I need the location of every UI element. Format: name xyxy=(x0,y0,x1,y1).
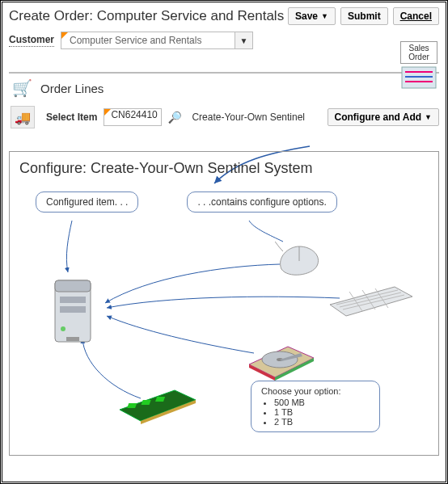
svg-point-8 xyxy=(61,326,66,331)
action-buttons: Save▼ Submit Cancel xyxy=(288,7,439,25)
item-code-input[interactable]: CN624410 xyxy=(104,108,162,126)
customer-label: Customer xyxy=(9,34,54,47)
configure-title: Configure: Create-Your-Own Sentinel Syst… xyxy=(19,160,429,177)
hard-drive-icon xyxy=(244,330,317,382)
submit-button[interactable]: Submit xyxy=(340,7,388,25)
option-item: 1 TB xyxy=(274,407,370,417)
sales-order-badge: Sales Order xyxy=(400,41,437,90)
svg-marker-10 xyxy=(330,287,412,316)
callout-configure-options: . . .contains configure options. xyxy=(187,191,336,213)
sales-order-icon xyxy=(400,65,437,90)
page-title: Create Order: Computer Service and Renta… xyxy=(9,8,284,24)
option-item: 500 MB xyxy=(274,398,370,407)
sales-badge-line1: Sales xyxy=(401,44,437,53)
item-code-value: CN624410 xyxy=(111,109,157,120)
diagram-area: Choose your option: 500 MB 1 TB 2 TB xyxy=(19,217,429,444)
save-label: Save xyxy=(295,11,318,22)
customer-value: Computer Service and Rentals xyxy=(61,35,235,46)
select-item-label: Select Item xyxy=(46,112,97,123)
chevron-down-icon: ▼ xyxy=(425,113,432,121)
svg-rect-7 xyxy=(60,306,86,313)
keyboard-icon xyxy=(327,282,414,318)
server-icon xyxy=(49,276,100,347)
cart-icon: 🛒 xyxy=(12,78,32,98)
expansion-card-icon xyxy=(116,384,197,424)
configure-and-add-button[interactable]: Configure and Add▼ xyxy=(328,108,439,126)
item-name: Create-Your-Own Sentinel xyxy=(192,112,305,123)
configure-add-label: Configure and Add xyxy=(335,112,422,123)
required-corner-icon xyxy=(104,109,111,116)
required-corner-icon xyxy=(61,32,68,39)
chevron-down-icon[interactable]: ▼ xyxy=(235,32,252,48)
options-title: Choose your option: xyxy=(261,386,370,396)
customer-select[interactable]: Computer Service and Rentals ▼ xyxy=(61,32,253,49)
sales-badge-line2: Order xyxy=(401,53,437,61)
svg-rect-6 xyxy=(60,297,86,303)
order-lines-heading: Order Lines xyxy=(40,82,104,95)
configure-panel: Configure: Create-Your-Own Sentinel Syst… xyxy=(9,151,439,456)
chevron-down-icon: ▼ xyxy=(321,12,328,20)
svg-rect-9 xyxy=(66,337,79,341)
save-button[interactable]: Save▼ xyxy=(288,7,336,25)
option-item: 2 TB xyxy=(274,417,370,427)
options-callout: Choose your option: 500 MB 1 TB 2 TB xyxy=(251,381,380,432)
truck-icon: 🚚 xyxy=(11,106,35,128)
search-icon[interactable]: 🔍 xyxy=(168,111,182,124)
cancel-button[interactable]: Cancel xyxy=(393,7,439,25)
svg-rect-5 xyxy=(55,280,91,292)
mouse-icon xyxy=(275,242,323,277)
callout-configured-item: Configured item. . . xyxy=(36,191,138,213)
